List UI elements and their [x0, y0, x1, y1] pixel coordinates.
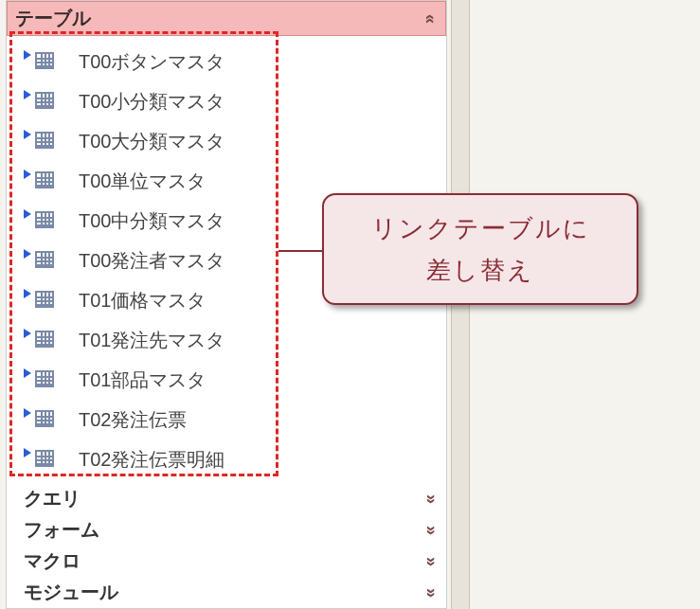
table-label: T00単位マスタ [79, 169, 206, 194]
section-header-queries[interactable]: クエリ » [7, 483, 446, 514]
chevron-expand-icon: » [423, 525, 440, 534]
linked-table-icon [24, 329, 56, 351]
linked-table-icon [24, 170, 56, 192]
section-title-queries: クエリ [24, 486, 81, 511]
table-label: T01発注先マスタ [79, 328, 224, 353]
callout-line2: 差し替え [426, 249, 534, 291]
linked-table-icon [24, 209, 56, 232]
table-row[interactable]: T01部品マスタ [7, 360, 446, 400]
section-header-tables[interactable]: テーブル « [7, 1, 446, 36]
table-row[interactable]: T02発注伝票明細 [7, 439, 446, 479]
linked-table-icon [24, 50, 56, 73]
linked-table-icon [24, 90, 56, 113]
linked-table-icon [24, 249, 56, 272]
chevron-collapse-icon: « [422, 13, 440, 23]
table-row[interactable]: T02発注伝票 [7, 400, 446, 439]
table-label: T01価格マスタ [79, 288, 206, 313]
section-header-forms[interactable]: フォーム » [7, 514, 446, 546]
section-header-modules[interactable]: モジュール » [7, 577, 446, 608]
linked-table-icon [24, 289, 56, 312]
table-row[interactable]: T00大分類マスタ [7, 121, 446, 161]
table-row[interactable]: T00ボタンマスタ [7, 42, 446, 81]
table-label: T00中分類マスタ [79, 208, 224, 234]
chevron-expand-icon: » [423, 493, 440, 503]
section-title-tables: テーブル [15, 6, 91, 31]
table-label: T02発注伝票 [79, 407, 187, 433]
linked-table-icon [24, 368, 56, 391]
section-header-macros[interactable]: マクロ » [7, 546, 446, 577]
section-title-macros: マクロ [24, 548, 81, 574]
chevron-expand-icon: » [423, 556, 440, 565]
linked-table-icon [24, 408, 56, 431]
table-row[interactable]: T01発注先マスタ [7, 320, 446, 360]
table-label: T00大分類マスタ [79, 129, 224, 154]
table-label: T02発注伝票明細 [79, 447, 224, 473]
callout-connector-line [278, 250, 322, 252]
table-label: T00小分類マスタ [79, 89, 224, 115]
linked-table-icon [24, 130, 56, 152]
chevron-expand-icon: » [423, 587, 440, 597]
section-title-forms: フォーム [24, 517, 99, 543]
callout-line1: リンクテーブルに [371, 207, 590, 249]
table-label: T00ボタンマスタ [79, 49, 224, 75]
linked-table-icon [24, 448, 56, 471]
table-row[interactable]: T00小分類マスタ [7, 81, 446, 121]
annotation-callout: リンクテーブルに 差し替え [322, 193, 638, 305]
table-label: T00発注者マスタ [79, 248, 224, 274]
table-label: T01部品マスタ [79, 367, 206, 393]
section-title-modules: モジュール [24, 580, 118, 605]
